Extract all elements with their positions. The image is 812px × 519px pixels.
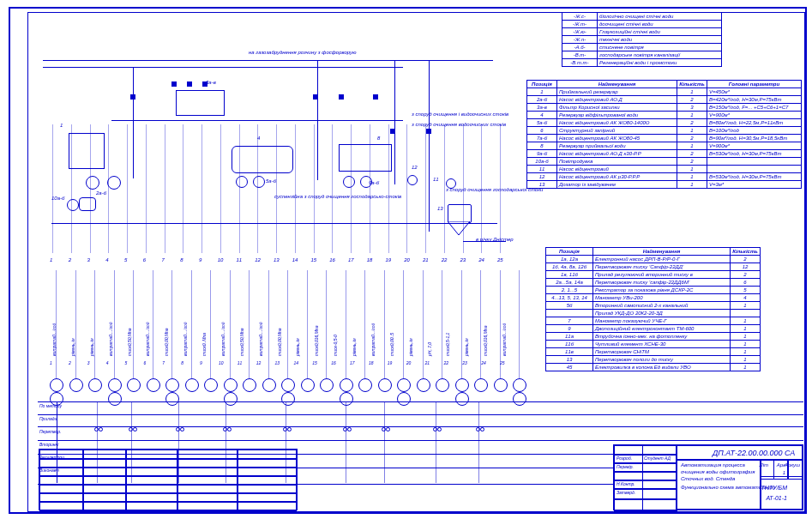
- ref-1: 1: [60, 123, 63, 128]
- pump-12: [407, 175, 418, 185]
- valve: [171, 81, 177, 87]
- pump-2a: [86, 176, 99, 190]
- vessel-1: [69, 133, 105, 169]
- valve: [339, 94, 344, 100]
- pump-5a: [236, 176, 248, 188]
- pipe-top2: [43, 67, 403, 68]
- dozator-13-top: [448, 204, 472, 223]
- vessel-4: [232, 146, 293, 173]
- valve: [373, 94, 378, 100]
- pipe-v1: [133, 67, 134, 178]
- revision-stamp: [39, 449, 298, 510]
- pump-9a: [343, 176, 355, 188]
- title-block: ДП.АТ-22.00.00.000 СА Автоматизация проц…: [613, 444, 803, 510]
- valve: [187, 81, 192, 87]
- legend-table: -Ж.с-біологічно очищені стічні води-Ж.т-…: [562, 12, 722, 67]
- vessel-8: [339, 144, 392, 172]
- pipe-low: [51, 223, 497, 224]
- drawing-code: ДП.АТ-22.00.00.000 СА: [713, 449, 795, 457]
- valve: [426, 129, 431, 134]
- valve: [202, 81, 208, 87]
- note-b: з споруд очищення і видоочисних стоків: [412, 112, 508, 117]
- note-a: на газозабруднення розчину з фосфорворую: [249, 50, 356, 55]
- instruments-table: ПозиціяНайменуванняКількість1а, 12аЕлект…: [545, 247, 761, 371]
- pipe-v4: [429, 60, 430, 232]
- valve: [313, 94, 318, 100]
- filter-3: [176, 90, 225, 116]
- pump-2b: [107, 176, 121, 190]
- drawing-sheet: 1 2а-б 3а-в 4 5а-б 8 9а-б 10а-б 12 13 11: [0, 0, 812, 519]
- valve: [390, 129, 395, 134]
- pipe-top1: [43, 60, 493, 61]
- valve: [130, 94, 135, 100]
- note-d: суспензійна з споруд очищення господарсь…: [274, 194, 401, 199]
- pump-5b: [253, 176, 265, 188]
- pipe-v2: [317, 60, 318, 180]
- blower-10b: [79, 197, 96, 211]
- pipe-v3: [394, 60, 395, 184]
- instrument-bubble-row: [38, 373, 514, 401]
- equipment-table: ПозиціяНайменуванняКількістьГоловні пара…: [526, 80, 802, 189]
- blower-10: [67, 199, 79, 211]
- pipe-mid: [111, 120, 403, 121]
